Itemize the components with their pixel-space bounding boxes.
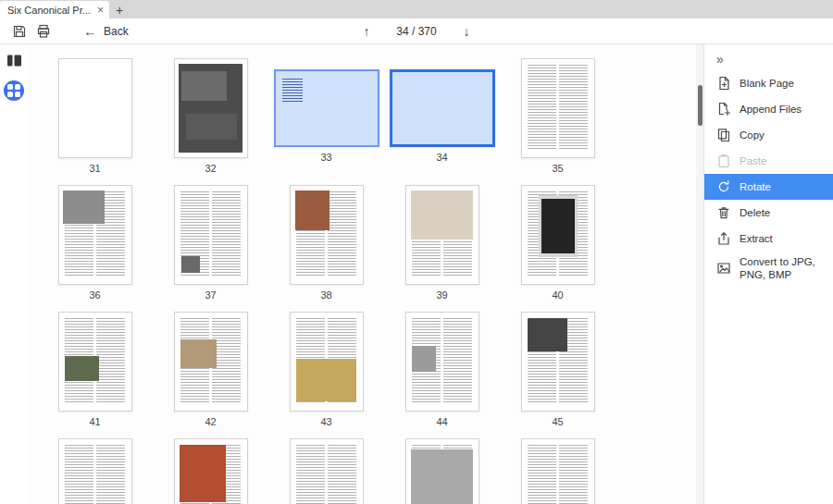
panel-item-blank-page[interactable]: Blank Page xyxy=(704,70,833,96)
delete-icon xyxy=(716,205,731,220)
page-number-label: 42 xyxy=(205,416,216,427)
page-cell: 38 xyxy=(268,179,384,306)
page-thumbnail-33[interactable] xyxy=(274,69,379,147)
page-number-label: 44 xyxy=(436,416,447,427)
page-cell: 31 xyxy=(37,53,153,179)
next-page-icon[interactable]: ↓ xyxy=(457,24,476,39)
page-number-label: 38 xyxy=(320,289,331,301)
tools-panel-items: Blank PageAppend FilesCopyPasteRotateDel… xyxy=(704,70,833,286)
page-thumbnail-44[interactable] xyxy=(405,312,479,412)
page-text-column xyxy=(212,191,241,277)
pages-panel-icon[interactable] xyxy=(6,54,22,68)
back-button[interactable]: ← Back xyxy=(83,23,129,39)
left-tool-rail xyxy=(0,44,28,504)
extract-icon xyxy=(716,231,731,246)
page-image-block xyxy=(181,71,226,101)
page-cell: 44 xyxy=(384,306,500,433)
page-image-block xyxy=(411,191,473,240)
page-cell: 46 xyxy=(37,433,153,504)
page-text-column xyxy=(528,445,556,504)
scrollbar-thumb[interactable] xyxy=(698,85,702,126)
tab-close-icon[interactable]: × xyxy=(97,5,104,16)
page-thumbnail-37[interactable] xyxy=(174,185,248,285)
page-cell: 42 xyxy=(153,306,268,433)
thumbnail-row: 3637383940 xyxy=(37,179,696,306)
page-thumbnail-39[interactable] xyxy=(405,185,479,285)
page-thumbnail-36[interactable] xyxy=(58,185,132,285)
blank-page-icon xyxy=(716,76,731,91)
rotate-icon xyxy=(716,179,731,194)
page-navigation: ↑ 34 / 370 ↓ xyxy=(357,24,476,39)
page-thumbnail-46[interactable] xyxy=(58,438,132,504)
page-cell: 41 xyxy=(37,306,153,433)
page-cell: 48 xyxy=(268,433,384,504)
page-number-label: 35 xyxy=(552,163,563,174)
page-image-block xyxy=(65,356,99,382)
previous-page-icon[interactable]: ↑ xyxy=(357,24,376,39)
page-text-column xyxy=(96,318,125,403)
panel-item-delete[interactable]: Delete xyxy=(704,200,833,226)
thumbnail-grid: 3132333435363738394041424344454647484950 xyxy=(28,44,696,504)
panel-item-label: Copy xyxy=(740,129,765,141)
page-thumbnail-48[interactable] xyxy=(290,438,364,504)
save-button[interactable] xyxy=(7,21,31,42)
page-thumbnail-35[interactable] xyxy=(521,58,595,158)
page-thumbnail-31[interactable] xyxy=(58,58,132,158)
page-text-column xyxy=(528,65,556,150)
print-button[interactable] xyxy=(31,21,56,42)
page-number-label: 43 xyxy=(320,416,331,427)
page-thumbnail-41[interactable] xyxy=(58,312,132,412)
panel-item-append-files[interactable]: Append Files xyxy=(704,96,833,122)
panel-item-label: Delete xyxy=(740,206,770,219)
page-image-block xyxy=(181,256,200,273)
organize-grid-icon[interactable] xyxy=(4,80,24,101)
panel-item-label: Rotate xyxy=(740,180,771,193)
panel-item-label: Paste xyxy=(740,154,766,167)
page-thumbnail-34[interactable] xyxy=(390,69,495,147)
page-cell: 36 xyxy=(37,179,153,306)
vertical-scrollbar[interactable] xyxy=(696,44,703,504)
document-tab[interactable]: Six Canonical Pr... × xyxy=(0,1,109,18)
page-thumbnail-50[interactable] xyxy=(521,438,595,504)
page-cell: 49 xyxy=(384,433,500,504)
page-image-block xyxy=(412,346,437,372)
panel-item-copy[interactable]: Copy xyxy=(704,122,833,148)
page-cell: 34 xyxy=(384,53,500,179)
page-image-block xyxy=(296,359,357,402)
page-thumbnail-49[interactable] xyxy=(405,438,479,504)
page-text-column xyxy=(559,65,588,150)
tab-bar: Six Canonical Pr... × + xyxy=(0,0,833,18)
page-number-label: 40 xyxy=(552,289,563,301)
page-thumbnail-40[interactable] xyxy=(521,185,595,285)
panel-item-label: Append Files xyxy=(740,103,802,116)
page-number-label: 41 xyxy=(89,416,100,427)
page-image-block xyxy=(180,339,217,369)
panel-item-extract[interactable]: Extract xyxy=(704,226,833,252)
page-cell: 32 xyxy=(153,53,268,179)
toolbar: ← Back ↑ 34 / 370 ↓ xyxy=(0,18,833,44)
page-thumbnail-38[interactable] xyxy=(290,185,364,285)
copy-icon xyxy=(716,128,731,142)
page-thumbnail-32[interactable] xyxy=(174,58,248,158)
new-tab-button[interactable]: + xyxy=(109,1,130,18)
page-indicator[interactable]: 34 / 370 xyxy=(392,25,441,38)
panel-item-rotate[interactable]: Rotate xyxy=(704,174,833,200)
collapse-panel-icon[interactable]: » xyxy=(704,48,833,70)
page-cell: 37 xyxy=(153,179,268,306)
page-thumbnail-45[interactable] xyxy=(521,312,595,412)
page-number-label: 32 xyxy=(205,163,216,174)
page-cell: 33 xyxy=(268,53,384,179)
page-image-block xyxy=(186,114,237,140)
thumbnail-row: 4647484950 xyxy=(37,433,696,504)
page-number-label: 33 xyxy=(320,152,331,163)
page-number-label: 37 xyxy=(205,289,216,301)
page-thumbnail-47[interactable] xyxy=(174,438,248,504)
page-image-block xyxy=(295,191,329,229)
page-thumbnail-42[interactable] xyxy=(174,312,248,412)
page-image-block xyxy=(63,191,105,224)
panel-item-paste: Paste xyxy=(704,148,833,174)
panel-item-convert-to-jpg-png-bmp[interactable]: Convert to JPG, PNG, BMP xyxy=(704,252,833,286)
page-thumbnail-43[interactable] xyxy=(290,312,364,412)
page-image-block xyxy=(180,445,226,501)
thumbnail-row: 3132333435 xyxy=(37,53,696,179)
